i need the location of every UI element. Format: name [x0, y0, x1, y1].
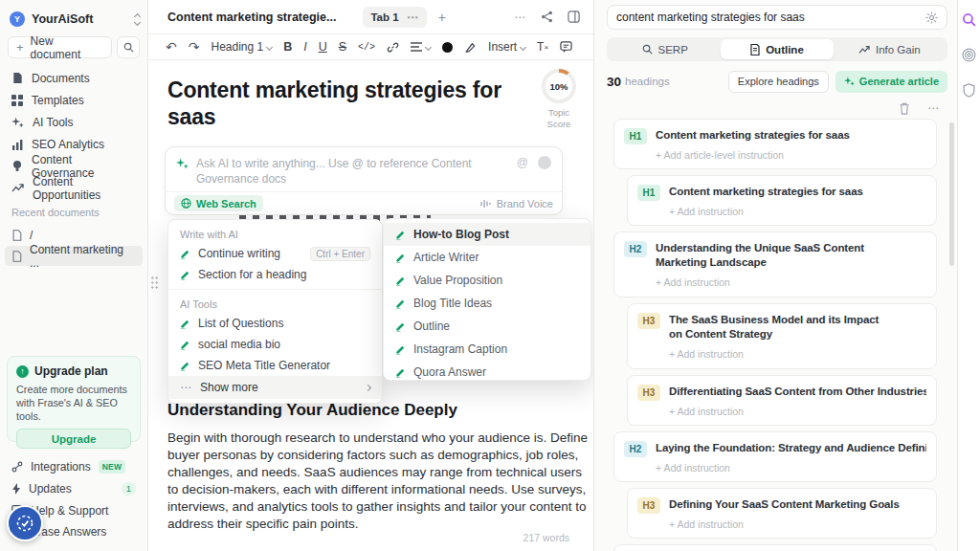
- align-select[interactable]: [411, 42, 431, 52]
- document-tab[interactable]: Content marketing strategie...: [167, 11, 336, 24]
- query-input[interactable]: [616, 11, 925, 24]
- heading-style-select[interactable]: Heading 1: [211, 40, 272, 54]
- tab-serp[interactable]: SERP: [609, 39, 721, 59]
- code-button[interactable]: </>: [358, 42, 375, 53]
- sidebar-item-updates[interactable]: Updates 1: [0, 479, 147, 497]
- heading-text[interactable]: Understanding the Unique SaaS Content Ma…: [656, 241, 876, 270]
- heading-text[interactable]: Laying the Foundation: Strategy and Audi…: [656, 441, 926, 455]
- sidebar-item-templates[interactable]: Templates: [0, 89, 147, 111]
- submenu-item-how-to-blog-post[interactable]: How-to Blog Post: [384, 223, 590, 246]
- heading-text[interactable]: Content marketing strategies for saas: [656, 128, 926, 143]
- more-options-icon[interactable]: ⋯: [927, 101, 940, 115]
- section-heading[interactable]: Understanding Your Audience Deeply: [167, 401, 457, 420]
- clear-format-button[interactable]: T×: [537, 40, 548, 54]
- explore-headings-button[interactable]: Explore headings: [728, 71, 829, 93]
- highlighter-icon[interactable]: [464, 41, 477, 54]
- brand-voice-button[interactable]: Brand Voice: [480, 198, 553, 209]
- heading-text[interactable]: Content marketing strategies for saas: [669, 185, 926, 199]
- block-drag-handle-icon[interactable]: [150, 276, 159, 289]
- document-canvas[interactable]: Content marketing strategies for saas 10…: [148, 61, 593, 551]
- ai-prompt-placeholder[interactable]: Ask AI to write anything... Use @ to ref…: [196, 156, 509, 187]
- heading-text[interactable]: The SaaS Business Model and its Impact o…: [669, 313, 894, 342]
- submenu-item-value-proposition[interactable]: Value Proposition: [384, 269, 590, 292]
- menu-item-seo-meta-title[interactable]: SEO Meta Title Generator: [168, 355, 382, 376]
- body-paragraph[interactable]: Begin with thorough research to understa…: [167, 430, 590, 533]
- heading-level-badge: H3: [637, 497, 660, 514]
- pen-icon: [180, 340, 190, 350]
- add-instruction-link[interactable]: + Add instruction: [669, 518, 926, 530]
- text-color-button[interactable]: [442, 42, 453, 53]
- strikethrough-button[interactable]: S: [339, 40, 346, 54]
- assistant-widget-button[interactable]: [7, 505, 43, 541]
- panel-scrollbar[interactable]: [949, 122, 954, 266]
- workspace-switcher[interactable]: Y YourAiSoft: [10, 10, 140, 29]
- sidebar-search-button[interactable]: [117, 36, 140, 58]
- menu-item-section-for-heading[interactable]: Section for a heading: [168, 264, 382, 285]
- add-instruction-link[interactable]: + Add instruction: [656, 276, 926, 288]
- bold-button[interactable]: B: [283, 40, 292, 54]
- generate-article-button[interactable]: Generate article: [835, 71, 947, 93]
- recent-document-item-active[interactable]: Content marketing ...: [5, 246, 143, 266]
- submenu-item-quora-answer[interactable]: Quora Answer: [384, 361, 590, 381]
- add-instruction-link[interactable]: + Add instruction: [669, 206, 926, 217]
- submenu-item-instagram-caption[interactable]: Instagram Caption: [384, 338, 590, 361]
- send-icon[interactable]: [538, 156, 551, 169]
- at-mention-icon[interactable]: @: [517, 156, 528, 169]
- menu-item-list-of-questions[interactable]: List of Questions: [168, 313, 382, 334]
- shield-icon[interactable]: [963, 83, 975, 98]
- menu-item-show-more[interactable]: ⋯ Show more: [168, 376, 382, 399]
- headings-count-label: headings: [625, 76, 670, 87]
- heading-card[interactable]: H3 Defining Your SaaS Content Marketing …: [627, 488, 937, 539]
- add-instruction-link[interactable]: + Add instruction: [669, 348, 926, 360]
- target-rings-icon[interactable]: [962, 48, 976, 62]
- comment-icon[interactable]: [560, 41, 572, 53]
- submenu-item-blog-title-ideas[interactable]: Blog Title Ideas: [384, 292, 590, 315]
- heading-card[interactable]: H3 Differentiating SaaS Content from Oth…: [627, 375, 937, 426]
- search-icon: [123, 42, 134, 53]
- gear-icon[interactable]: [925, 11, 938, 24]
- italic-button[interactable]: I: [303, 40, 306, 54]
- add-instruction-link[interactable]: + Add article-level instruction: [656, 149, 926, 161]
- tab-outline[interactable]: Outline: [721, 39, 833, 59]
- new-document-button[interactable]: + New document: [8, 36, 112, 58]
- sidebar-item-label: Integrations: [31, 460, 91, 474]
- redo-icon[interactable]: ↷: [189, 39, 200, 55]
- tab-options-icon[interactable]: ⋯: [407, 11, 419, 24]
- heading-card[interactable]: H1 Content marketing strategies for saas…: [613, 119, 937, 169]
- submenu-item-outline[interactable]: Outline: [384, 315, 590, 338]
- heading-card[interactable]: H2 Understanding the Unique SaaS Content…: [613, 231, 937, 298]
- upgrade-button[interactable]: Upgrade: [16, 429, 131, 449]
- undo-icon[interactable]: ↶: [166, 39, 177, 55]
- query-search-box[interactable]: [607, 5, 947, 30]
- sidebar-item-integrations[interactable]: Integrations NEW: [0, 457, 147, 475]
- share-icon[interactable]: [541, 11, 553, 23]
- more-options-icon[interactable]: ⋯: [514, 11, 526, 24]
- sidebar-item-ai-tools[interactable]: AI Tools: [0, 111, 147, 133]
- submenu-item-label: Blog Title Ideas: [413, 297, 492, 310]
- ai-prompt-box[interactable]: Ask AI to write anything... Use @ to ref…: [165, 146, 563, 215]
- trash-icon[interactable]: [899, 102, 910, 115]
- sidebar-item-documents[interactable]: Documents: [0, 67, 147, 89]
- panel-toggle-icon[interactable]: [568, 11, 580, 23]
- add-instruction-link[interactable]: + Add instruction: [669, 406, 926, 417]
- search-rail-icon[interactable]: [962, 12, 976, 27]
- submenu-item-article-writer[interactable]: Article Writer: [384, 246, 590, 269]
- menu-item-social-media-bio[interactable]: social media bio: [168, 334, 382, 355]
- insert-select[interactable]: Insert: [488, 40, 525, 54]
- heading-text[interactable]: Defining Your SaaS Content Marketing Goa…: [669, 497, 926, 512]
- link-icon[interactable]: [387, 41, 399, 54]
- heading-card[interactable]: H2 Laying the Foundation: Strategy and A…: [613, 431, 937, 482]
- document-title[interactable]: Content marketing strategies for saas: [167, 77, 531, 130]
- tab-info-gain[interactable]: Info Gain: [834, 39, 946, 59]
- heading-card[interactable]: H1 Content marketing strategies for saas…: [627, 175, 937, 226]
- heading-text[interactable]: Differentiating SaaS Content from Other …: [669, 385, 926, 399]
- heading-card[interactable]: H3 The SaaS Business Model and its Impac…: [627, 303, 937, 369]
- workspace-select-icon[interactable]: [135, 14, 140, 25]
- menu-item-continue-writing[interactable]: Continue writing Ctrl + Enter: [168, 243, 382, 264]
- add-tab-button[interactable]: +: [438, 10, 446, 25]
- web-search-toggle[interactable]: Web Search: [174, 195, 263, 211]
- underline-button[interactable]: U: [319, 40, 327, 54]
- add-instruction-link[interactable]: + Add instruction: [656, 462, 926, 474]
- tab-1[interactable]: Tab 1 ⋯: [363, 7, 426, 28]
- sidebar-item-content-opportunities[interactable]: Content Opportunities: [0, 177, 147, 199]
